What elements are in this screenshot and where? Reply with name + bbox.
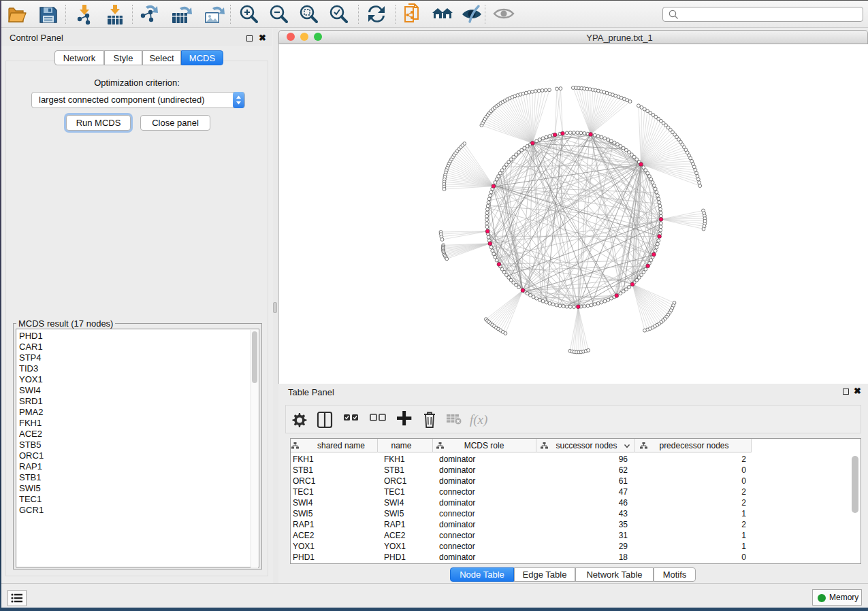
svg-text:f(x): f(x) (470, 412, 487, 427)
